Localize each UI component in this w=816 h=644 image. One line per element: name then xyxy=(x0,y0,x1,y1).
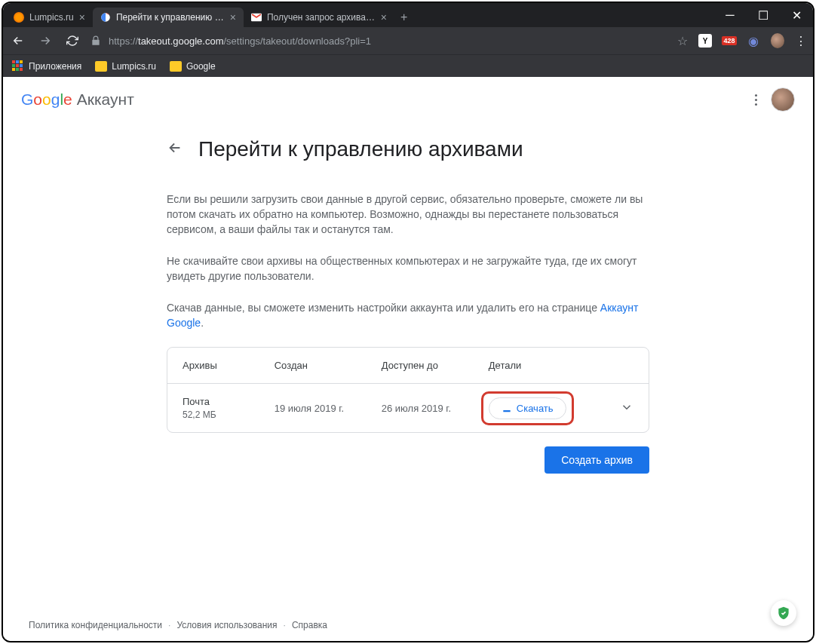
footer-privacy[interactable]: Политика конфиденциальности xyxy=(29,620,162,630)
footer-help[interactable]: Справка xyxy=(292,620,327,630)
extension-discord-icon[interactable]: ◉ xyxy=(747,34,760,48)
info-paragraph-2: Не скачивайте свои архивы на общественны… xyxy=(167,253,649,284)
download-button[interactable]: Скачать xyxy=(489,397,566,419)
back-arrow-button[interactable] xyxy=(167,140,183,159)
folder-icon xyxy=(95,61,107,72)
table-header: Архивы Создан Доступен до Детали xyxy=(167,348,649,384)
favicon-gmail xyxy=(251,12,262,23)
archive-size: 52,2 МБ xyxy=(183,409,275,420)
page-footer: Политика конфиденциальности · Условия ис… xyxy=(29,620,327,630)
star-icon[interactable]: ☆ xyxy=(677,34,688,48)
browser-tab-lumpics[interactable]: Lumpics.ru × xyxy=(6,8,93,27)
back-button[interactable] xyxy=(9,32,27,50)
window-titlebar: Lumpics.ru × Перейти к управлению архива… xyxy=(3,3,813,27)
google-account-logo[interactable]: Google Аккаунт xyxy=(21,90,134,109)
favicon-lumpics xyxy=(14,12,24,23)
create-archive-button[interactable]: Создать архив xyxy=(545,446,649,474)
table-row: Почта 52,2 МБ 19 июля 2019 г. 26 июля 20… xyxy=(167,384,649,432)
apps-shortcut[interactable]: Приложения xyxy=(12,60,81,72)
apps-icon xyxy=(12,60,24,72)
new-tab-button[interactable]: + xyxy=(394,8,413,27)
close-icon[interactable]: × xyxy=(79,11,85,23)
reload-button[interactable] xyxy=(63,32,81,50)
col-archives: Архивы xyxy=(183,360,275,371)
chevron-down-icon[interactable] xyxy=(620,400,633,416)
avatar-small[interactable] xyxy=(771,34,784,48)
avatar[interactable] xyxy=(771,87,795,112)
created-date: 19 июля 2019 г. xyxy=(275,403,382,414)
col-details: Детали xyxy=(489,360,603,371)
extension-mail-icon[interactable]: 428 xyxy=(722,34,736,48)
footer-terms[interactable]: Условия использования xyxy=(176,620,277,630)
maximize-button[interactable]: ☐ xyxy=(747,3,780,27)
lock-icon xyxy=(90,35,101,46)
url-field[interactable]: https://takeout.google.com/settings/take… xyxy=(90,35,668,47)
address-bar: https://takeout.google.com/settings/take… xyxy=(3,27,813,54)
menu-icon[interactable]: ⋮ xyxy=(795,34,807,48)
shield-icon xyxy=(776,606,791,621)
tab-title: Получен запрос архива данных xyxy=(267,12,376,23)
minimize-button[interactable]: ─ xyxy=(713,3,747,27)
folder-icon xyxy=(170,61,182,72)
archive-name: Почта xyxy=(183,396,275,407)
favicon-google xyxy=(100,12,111,23)
archive-cell: Почта 52,2 МБ xyxy=(183,396,275,420)
info-paragraph-1: Если вы решили загрузить свои данные в д… xyxy=(167,192,649,237)
tab-title: Перейти к управлению архивам xyxy=(116,12,225,23)
info-paragraph-3: Скачав данные, вы сможете изменить настр… xyxy=(167,300,649,330)
available-until: 26 июля 2019 г. xyxy=(382,403,489,414)
close-icon[interactable]: × xyxy=(381,11,387,23)
forward-button[interactable] xyxy=(36,32,54,50)
col-created: Создан xyxy=(275,360,382,371)
bookmark-folder-lumpics[interactable]: Lumpics.ru xyxy=(95,61,156,72)
url-text: https://takeout.google.com/settings/take… xyxy=(109,35,371,47)
bookmark-folder-google[interactable]: Google xyxy=(170,61,216,72)
page-header: Google Аккаунт xyxy=(3,77,813,122)
bookmarks-bar: Приложения Lumpics.ru Google xyxy=(3,54,813,77)
archives-card: Архивы Создан Доступен до Детали Почта 5… xyxy=(167,347,649,433)
more-icon[interactable] xyxy=(755,94,757,106)
close-icon[interactable]: × xyxy=(230,11,236,23)
browser-tab-takeout[interactable]: Перейти к управлению архивам × xyxy=(93,8,244,27)
browser-tab-gmail[interactable]: Получен запрос архива данных × xyxy=(244,8,394,27)
tab-title: Lumpics.ru xyxy=(29,12,74,23)
shield-badge[interactable] xyxy=(771,600,796,626)
page-title: Перейти к управлению архивами xyxy=(198,137,523,161)
extension-y-icon[interactable]: Y xyxy=(698,34,712,48)
page-content: Google Аккаунт Перейти к управлению архи… xyxy=(3,77,813,641)
col-until: Доступен до xyxy=(382,360,489,371)
close-window-button[interactable]: ✕ xyxy=(780,3,813,27)
download-icon xyxy=(502,403,512,413)
mail-badge: 428 xyxy=(722,36,736,45)
